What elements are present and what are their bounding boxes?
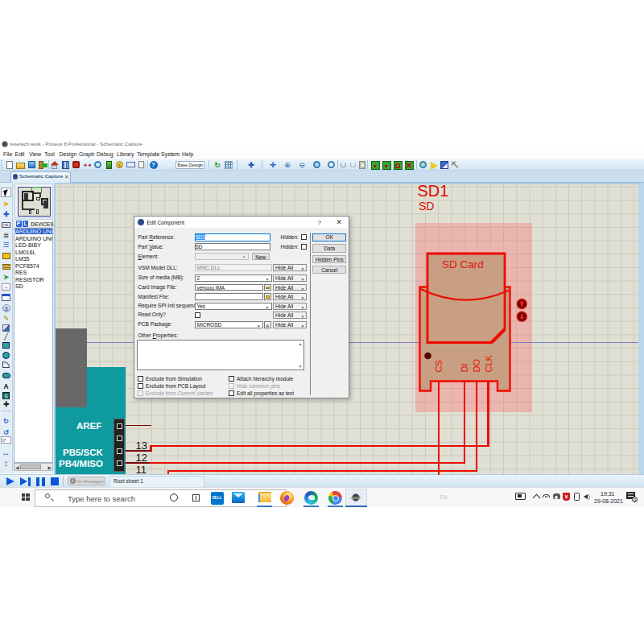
- svg-text:SD Card: SD Card: [442, 258, 484, 270]
- svg-text:DI: DI: [460, 364, 469, 373]
- svg-text:DO: DO: [472, 359, 481, 373]
- svg-text:CLK: CLK: [484, 354, 493, 372]
- svg-text:CS: CS: [434, 360, 444, 372]
